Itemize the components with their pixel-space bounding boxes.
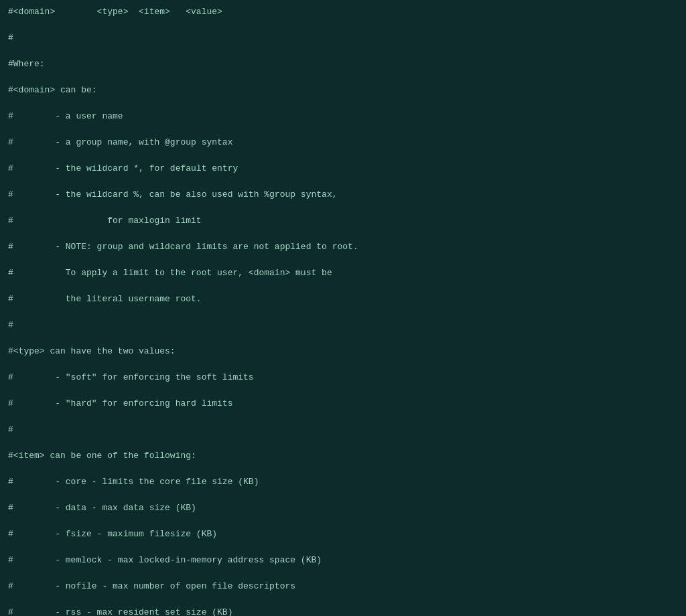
terminal-window: #<domain> <type> <item> <value> # #Where… <box>8 5 678 616</box>
line-23: # - nofile - max number of open file des… <box>8 580 678 593</box>
line-13: # <box>8 319 678 332</box>
line-11: # To apply a limit to the root user, <do… <box>8 266 678 280</box>
file-content: #<domain> <type> <item> <value> # #Where… <box>8 5 678 616</box>
line-2: # <box>8 31 678 45</box>
line-12: # the literal username root. <box>8 293 678 306</box>
line-9: # for maxlogin limit <box>8 214 678 228</box>
line-16: # - "hard" for enforcing hard limits <box>8 397 678 410</box>
line-21: # - fsize - maximum filesize (KB) <box>8 528 678 541</box>
line-1: #<domain> <type> <item> <value> <box>8 5 678 19</box>
line-15: # - "soft" for enforcing the soft limits <box>8 371 678 384</box>
line-10: # - NOTE: group and wildcard limits are … <box>8 240 678 254</box>
line-3: #Where: <box>8 58 678 71</box>
line-6: # - a group name, with @group syntax <box>8 136 678 149</box>
line-18: #<item> can be one of the following: <box>8 449 678 463</box>
line-17: # <box>8 423 678 437</box>
line-4: #<domain> can be: <box>8 84 678 97</box>
line-7: # - the wildcard *, for default entry <box>8 162 678 175</box>
line-5: # - a user name <box>8 110 678 123</box>
line-19: # - core - limits the core file size (KB… <box>8 475 678 489</box>
line-24: # - rss - max resident set size (KB) <box>8 606 678 616</box>
line-8: # - the wildcard %, can be also used wit… <box>8 188 678 202</box>
line-20: # - data - max data size (KB) <box>8 502 678 515</box>
line-22: # - memlock - max locked-in-memory addre… <box>8 554 678 567</box>
line-14: #<type> can have the two values: <box>8 345 678 358</box>
